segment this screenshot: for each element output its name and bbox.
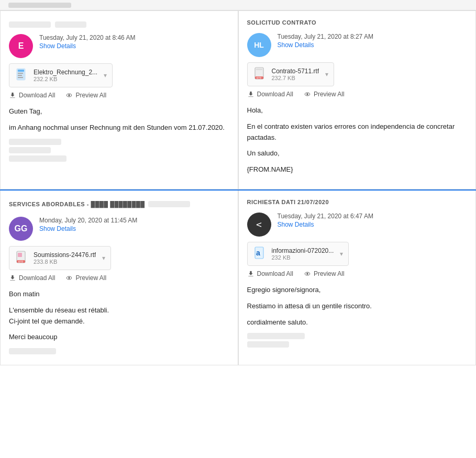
attachment-name-4: informazioni-072020... [272,247,334,254]
show-details-link-2[interactable]: Show Details [278,41,373,49]
sender-row-2: HL Tuesday, July 21, 2020 at 8:27 AM Sho… [247,33,468,57]
attachment-icon-3: RTF [15,250,29,266]
preview-all-btn-1[interactable]: Preview All [65,92,106,99]
sender-info-1: Tuesday, July 21, 2020 at 8:46 AM Show D… [39,34,135,50]
sender-date-1: Tuesday, July 21, 2020 at 8:46 AM [39,34,135,41]
attachment-icon-1 [15,67,29,84]
sender-row-3: GG Monday, July 20, 2020 at 11:45 AM Sho… [9,217,229,241]
preview-all-btn-3[interactable]: Preview All [65,274,106,282]
attachment-info-3: Soumissions-24476.rtf 233.8 KB [34,251,96,265]
panel-title-2: SOLICITUD CONTRATO [247,19,468,26]
eye-icon-1 [65,92,73,99]
show-details-link-1[interactable]: Show Details [39,42,135,50]
download-all-btn-4[interactable]: Download All [247,270,293,277]
eye-icon-2 [304,91,311,98]
download-all-btn-3[interactable]: Download All [9,274,55,282]
show-details-link-4[interactable]: Show Details [278,221,373,228]
attachment-dropdown-3[interactable]: ▾ [102,254,105,262]
download-all-btn-1[interactable]: Download All [9,92,55,99]
email-body-3: Bon matin L'ensemble du réseau est rétab… [9,289,229,354]
svg-point-7 [69,95,70,96]
avatar-3: GG [9,217,33,241]
attachment-dropdown-1[interactable]: ▾ [104,72,107,79]
svg-rect-2 [18,73,23,74]
panel-title-4: richiesta dati 21/07/2020 [247,199,468,205]
sender-date-4: Tuesday, July 21, 2020 at 6:47 AM [278,213,373,220]
svg-rect-18 [18,253,22,257]
action-row-2: Download All Preview All [247,91,468,98]
svg-rect-3 [18,75,22,76]
sender-row-4: < Tuesday, July 21, 2020 at 6:47 AM Show… [247,213,468,237]
sender-info-3: Monday, July 20, 2020 at 11:45 AM Show D… [39,217,137,232]
attachment-info-1: Elektro_Rechnung_2... 232.2 KB [34,69,97,82]
attachment-name-2: Contrato-5711.rtf [272,68,319,75]
svg-point-21 [69,277,70,279]
attachment-size-2: 232.7 KB [272,75,319,81]
action-row-3: Download All Preview All [9,274,229,282]
avatar-1: E [9,34,33,58]
email-panel-3: SERVICES ABORDABLES - ████ ████████ GG M… [0,191,238,365]
email-panel-4: richiesta dati 21/07/2020 < Tuesday, Jul… [238,191,477,365]
svg-point-26 [306,273,308,275]
svg-text:RTF: RTF [257,76,262,80]
attachment-name-3: Soumissions-24476.rtf [34,251,96,259]
download-icon-3 [9,274,16,282]
attachment-size-3: 233.8 KB [34,259,96,265]
svg-text:a: a [256,249,260,257]
top-bar [0,0,476,10]
attachment-box-1[interactable]: Elektro_Rechnung_2... 232.2 KB ▾ [9,63,113,87]
sender-date-3: Monday, July 20, 2020 at 11:45 AM [39,217,137,224]
sender-info-2: Tuesday, July 21, 2020 at 8:27 AM Show D… [278,33,373,49]
svg-point-14 [306,94,308,95]
panel-title-3: SERVICES ABORDABLES - ████ ████████ [9,199,229,209]
email-grid: E Tuesday, July 21, 2020 at 8:46 AM Show… [0,0,476,365]
action-row-4: Download All Preview All [247,270,468,277]
attachment-dropdown-2[interactable]: ▾ [325,71,328,78]
avatar-2: HL [247,33,271,57]
svg-text:RTF: RTF [18,260,24,263]
svg-rect-4 [18,77,23,78]
email-panel-1: E Tuesday, July 21, 2020 at 8:46 AM Show… [0,10,238,189]
attachment-info-2: Contrato-5711.rtf 232.7 KB [272,68,319,81]
attachment-size-4: 232 KB [272,254,334,261]
show-details-link-3[interactable]: Show Details [39,225,137,232]
attachment-size-1: 232.2 KB [34,76,97,82]
attachment-info-4: informazioni-072020... 232 KB [272,247,334,261]
attachment-name-1: Elektro_Rechnung_2... [34,69,97,76]
sender-row-1: E Tuesday, July 21, 2020 at 8:46 AM Show… [9,34,229,58]
email-body-2: Hola, En el contrato existen varios erro… [247,105,468,175]
avatar-4: < [247,213,271,237]
attachment-box-3[interactable]: RTF Soumissions-24476.rtf 233.8 KB ▾ [9,246,111,270]
attachment-box-4[interactable]: a informazioni-072020... 232 KB ▾ [247,242,349,266]
download-icon-1 [9,92,16,99]
svg-rect-1 [18,70,24,72]
attachment-box-2[interactable]: RTF Contrato-5711.rtf 232.7 KB ▾ [247,62,335,86]
attachment-icon-2: RTF [253,66,268,83]
preview-all-btn-2[interactable]: Preview All [304,91,345,98]
svg-rect-9 [256,69,262,70]
download-all-btn-2[interactable]: Download All [247,91,293,98]
eye-icon-4 [304,270,311,277]
top-blurred-1 [9,19,229,30]
action-row-1: Download All Preview All [9,92,229,99]
sender-info-4: Tuesday, July 21, 2020 at 6:47 AM Show D… [278,213,373,228]
email-panel-2: SOLICITUD CONTRATO HL Tuesday, July 21, … [238,10,477,189]
download-icon-2 [247,91,254,98]
eye-icon-3 [65,274,73,282]
email-body-1: Guten Tag, im Anhang nochmal unser Rechn… [9,106,229,162]
download-icon-4 [247,270,254,277]
attachment-icon-4: a [253,245,268,262]
email-body-4: Egregio signore/signora, Restiamo in att… [247,285,468,348]
attachment-dropdown-4[interactable]: ▾ [340,250,343,258]
preview-all-btn-4[interactable]: Preview All [304,270,345,277]
sender-date-2: Tuesday, July 21, 2020 at 8:27 AM [278,33,373,40]
